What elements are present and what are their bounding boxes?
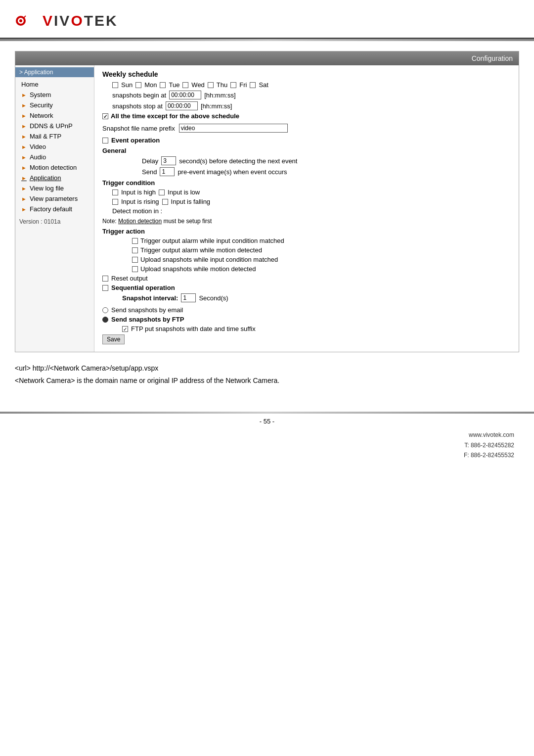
save-button[interactable]: Save: [102, 334, 125, 344]
trigger-action-item-2: Trigger output alarm while motion detect…: [132, 246, 511, 254]
cb-trigger-alarm-motion[interactable]: [132, 247, 138, 253]
begin-time-input[interactable]: [169, 91, 201, 99]
interval-label: Snapshot interval:: [122, 294, 178, 302]
cb-upload-input[interactable]: [132, 257, 138, 263]
interval-input[interactable]: [181, 293, 196, 302]
sidebar-item-viewlog[interactable]: ► View log file: [15, 183, 94, 193]
cb-sequential[interactable]: [102, 285, 108, 291]
motion-detection-link[interactable]: Motion detection: [118, 218, 162, 225]
prefix-input[interactable]: [179, 124, 288, 133]
motion-note: Note: Motion detection must be setup fir…: [102, 218, 511, 225]
cb-wed[interactable]: [182, 82, 188, 88]
delay-input[interactable]: [161, 156, 176, 165]
stop-time-input[interactable]: [166, 101, 198, 110]
send-email-row: Send snapshots by email: [102, 306, 511, 314]
arrow-icon-viewlog: ►: [21, 186, 27, 191]
begin-label: snapshots begin at: [112, 92, 166, 99]
cb-sun[interactable]: [112, 82, 118, 88]
trigger-action-item-1: Trigger output alarm while input conditi…: [132, 237, 511, 244]
sidebar-item-factory[interactable]: ► Factory default: [15, 204, 94, 214]
rb-send-ftp[interactable]: [102, 317, 108, 323]
sidebar-label-application: Application: [30, 174, 61, 182]
arrow-icon-viewparams: ►: [21, 196, 27, 202]
cb-thu[interactable]: [208, 82, 214, 88]
sidebar-label-viewlog: View log file: [30, 185, 64, 192]
cb-fri[interactable]: [230, 82, 236, 88]
sidebar-item-application[interactable]: ► Application: [15, 173, 94, 183]
weekly-schedule-title: Weekly schedule: [102, 70, 511, 78]
send-suffix: pre-event image(s) when event occurs: [178, 168, 287, 176]
send-email-label: Send snapshots by email: [111, 306, 183, 314]
sidebar-item-system[interactable]: ► System: [15, 90, 94, 100]
trigger-action-title: Trigger action: [102, 228, 511, 235]
sidebar-item-mail[interactable]: ► Mail & FTP: [15, 131, 94, 142]
sidebar-label-audio: Audio: [30, 153, 46, 161]
sidebar-label-viewparams: View parameters: [30, 195, 78, 202]
send-row: Send pre-event image(s) when event occur…: [142, 167, 511, 176]
arrow-icon-ddns: ►: [21, 123, 27, 129]
interval-suffix: Second(s): [199, 294, 228, 302]
trigger-condition-title: Trigger condition: [102, 179, 511, 187]
detect-motion-row: Detect motion in :: [112, 207, 511, 215]
cb-alltime[interactable]: [102, 113, 108, 119]
logo: VIVOTEK: [15, 9, 519, 33]
rb-send-email[interactable]: [102, 307, 108, 313]
header: VIVOTEK: [0, 0, 534, 39]
sidebar-item-audio[interactable]: ► Audio: [15, 152, 94, 162]
cb-trigger-alarm-input[interactable]: [132, 238, 138, 244]
logo-tek: TEK: [84, 12, 118, 29]
reset-output-row: Reset output: [102, 275, 511, 282]
trigger-alarm-input-label: Trigger output alarm while input conditi…: [140, 237, 284, 244]
cb-ftp-date[interactable]: [122, 326, 128, 332]
day-sun: Sun: [121, 81, 133, 89]
cb-reset-output[interactable]: [102, 276, 108, 282]
cb-tue[interactable]: [160, 82, 166, 88]
arrow-icon-video: ►: [21, 144, 27, 150]
cb-input-falling[interactable]: [162, 199, 168, 205]
cb-upload-motion[interactable]: [132, 266, 138, 272]
arrow-icon-system: ►: [21, 92, 27, 98]
sidebar-item-video[interactable]: ► Video: [15, 142, 94, 152]
send-ftp-row: Send snapshots by FTP: [102, 316, 511, 323]
right-content: Weekly schedule Sun Mon Tue Wed Thu Fri: [94, 65, 519, 352]
sidebar-item-ddns[interactable]: ► DDNS & UPnP: [15, 121, 94, 131]
arrow-icon-mail: ►: [21, 134, 27, 140]
cb-mon[interactable]: [135, 82, 141, 88]
trigger-rising-falling-row: Input is rising Input is falling: [112, 198, 511, 205]
snapshot-interval-row: Snapshot interval: Second(s): [122, 293, 511, 302]
sidebar-item-network[interactable]: ► Network: [15, 110, 94, 121]
cb-sat[interactable]: [250, 82, 256, 88]
sidebar-label-ddns: DDNS & UPnP: [30, 122, 73, 130]
day-tue: Tue: [169, 81, 179, 89]
sidebar-item-security[interactable]: ► Security: [15, 100, 94, 110]
bottom-divider: [0, 412, 534, 414]
sidebar-item-home[interactable]: Home: [15, 79, 94, 90]
days-row: Sun Mon Tue Wed Thu Fri Sat: [112, 81, 511, 89]
arrow-icon-factory: ►: [21, 206, 27, 212]
day-fri: Fri: [239, 81, 247, 89]
event-operation-label: Event operation: [111, 137, 160, 144]
input-rising-label: Input is rising: [121, 198, 159, 205]
sidebar: > Application Home ► System ► Security ►: [15, 65, 94, 352]
config-panel: Configuration > Application Home ► Syste…: [15, 51, 519, 352]
send-input[interactable]: [160, 167, 175, 176]
all-time-row: All the time except for the above schedu…: [102, 112, 511, 120]
svg-line-3: [24, 16, 26, 18]
sidebar-label-security: Security: [30, 101, 53, 109]
trigger-action-item-4: Upload snapshots while motion detected: [132, 265, 511, 273]
sidebar-label-home: Home: [21, 81, 39, 88]
arrow-icon-audio: ►: [21, 154, 27, 160]
sidebar-item-viewparams[interactable]: ► View parameters: [15, 193, 94, 204]
delay-row: Delay second(s) before detecting the nex…: [142, 156, 511, 165]
sidebar-label-motion: Motion detection: [30, 164, 77, 171]
reset-output-label: Reset output: [111, 275, 148, 282]
sidebar-item-motion[interactable]: ► Motion detection: [15, 162, 94, 173]
stop-row: snapshots stop at [hh:mm:ss]: [112, 101, 511, 110]
cb-input-high[interactable]: [112, 189, 118, 195]
logo-text: VIVOTEK: [43, 12, 118, 29]
logo-rest: IV: [54, 12, 71, 29]
cb-input-low[interactable]: [159, 189, 165, 195]
cb-event-operation[interactable]: [102, 138, 108, 143]
day-thu: Thu: [217, 81, 227, 89]
cb-input-rising[interactable]: [112, 199, 118, 205]
